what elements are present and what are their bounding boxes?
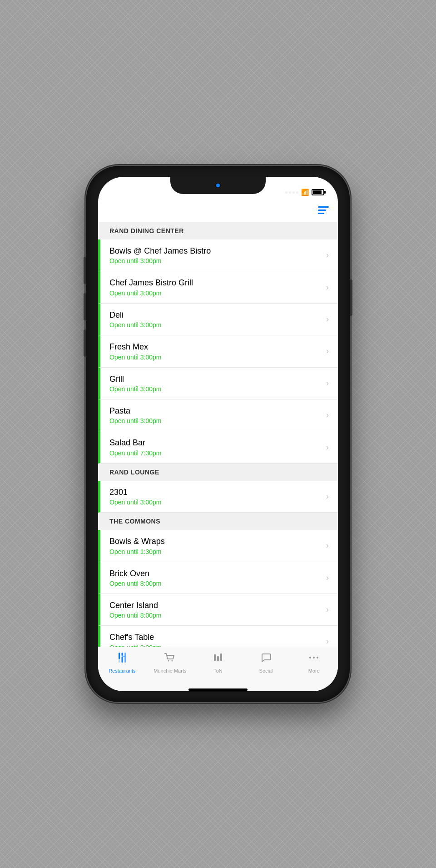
list-item-status-0-6: Open until 7:30pm — [109, 449, 322, 457]
tab-icon-munchie-marts — [164, 652, 176, 666]
tab-icon-restaurants — [116, 652, 128, 666]
svg-rect-10 — [220, 653, 222, 661]
section-header-2: THE COMMONS — [98, 513, 338, 530]
status-icons: 📶 — [285, 189, 324, 196]
notch — [170, 177, 266, 194]
list-item-status-0-5: Open until 3:00pm — [109, 417, 322, 424]
list-item-content-0-2: Deli Open until 3:00pm — [109, 310, 322, 329]
chevron-icon-2-3: › — [326, 637, 329, 646]
svg-rect-5 — [121, 657, 123, 663]
list-item-name-0-3: Fresh Mex — [109, 342, 322, 352]
section-header-text-0: RAND DINING CENTER — [109, 227, 184, 234]
section-header-text-2: THE COMMONS — [109, 518, 160, 525]
chevron-icon-0-1: › — [326, 283, 329, 292]
list-item-name-0-1: Chef James Bistro Grill — [109, 278, 322, 288]
list-item-status-0-3: Open until 3:00pm — [109, 354, 322, 361]
menu-icon-line1 — [318, 206, 329, 208]
nav-header — [98, 199, 338, 222]
svg-point-6 — [168, 660, 169, 662]
chevron-icon-0-2: › — [326, 314, 329, 324]
list-item-0-4[interactable]: Grill Open until 3:00pm › — [98, 368, 338, 399]
svg-rect-9 — [217, 656, 219, 661]
menu-button[interactable] — [318, 206, 329, 214]
list-item-content-2-0: Bowls & Wraps Open until 1:30pm — [109, 536, 322, 555]
ton-icon — [212, 652, 224, 663]
chevron-icon-0-3: › — [326, 346, 329, 356]
list-item-0-1[interactable]: Chef James Bistro Grill Open until 3:00p… — [98, 271, 338, 303]
list-item-name-2-3: Chef's Table — [109, 632, 322, 643]
svg-rect-1 — [119, 653, 120, 663]
list-item-status-2-3: Open until 2:30pm — [109, 644, 322, 647]
chevron-icon-2-0: › — [326, 541, 329, 550]
svg-rect-8 — [214, 654, 216, 661]
menu-icon-line2 — [318, 210, 326, 211]
list-item-status-0-1: Open until 3:00pm — [109, 289, 322, 297]
phone-screen: 📶 RAND DINING CENTER Bowls @ Chef James … — [98, 177, 338, 691]
list-item-2-0[interactable]: Bowls & Wraps Open until 1:30pm › — [98, 530, 338, 562]
list-item-status-1-0: Open until 3:00pm — [109, 499, 322, 506]
signal-icon — [285, 191, 298, 194]
menu-icon-line3 — [318, 213, 324, 214]
tab-munchie-marts[interactable]: Munchie Marts — [152, 652, 188, 673]
list-item-content-0-5: Pasta Open until 3:00pm — [109, 406, 322, 424]
restaurants-icon — [116, 652, 128, 663]
list-item-name-0-5: Pasta — [109, 406, 322, 416]
list-item-status-2-2: Open until 8:00pm — [109, 612, 322, 619]
tab-ton[interactable]: ToN — [200, 652, 236, 673]
list-item-0-0[interactable]: Bowls @ Chef James Bistro Open until 3:0… — [98, 239, 338, 271]
tab-bar: Restaurants Munchie Marts ToN Social Mor… — [98, 647, 338, 688]
list-item-content-0-0: Bowls @ Chef James Bistro Open until 3:0… — [109, 246, 322, 264]
tab-label-restaurants: Restaurants — [109, 668, 135, 673]
chevron-icon-1-0: › — [326, 492, 329, 501]
chevron-icon-0-0: › — [326, 250, 329, 260]
tab-icon-more — [308, 652, 320, 666]
list-item-content-2-2: Center Island Open until 8:00pm — [109, 600, 322, 619]
list-item-1-0[interactable]: 2301 Open until 3:00pm › — [98, 481, 338, 513]
svg-point-7 — [172, 660, 173, 662]
phone-frame: 📶 RAND DINING CENTER Bowls @ Chef James … — [86, 166, 350, 702]
tab-more[interactable]: More — [296, 652, 332, 673]
svg-rect-4 — [124, 653, 125, 663]
tab-label-munchie-marts: Munchie Marts — [154, 668, 186, 673]
list-item-name-1-0: 2301 — [109, 487, 322, 498]
list-item-status-0-2: Open until 3:00pm — [109, 321, 322, 329]
list-item-0-5[interactable]: Pasta Open until 3:00pm › — [98, 399, 338, 431]
more-icon — [308, 652, 320, 663]
social-icon — [260, 652, 272, 663]
section-header-text-1: RAND LOUNGE — [109, 469, 159, 476]
chevron-icon-2-1: › — [326, 573, 329, 583]
list-item-content-2-1: Brick Oven Open until 8:00pm — [109, 569, 322, 587]
list-item-name-0-0: Bowls @ Chef James Bistro — [109, 246, 322, 256]
svg-rect-2 — [121, 653, 123, 656]
chevron-icon-2-2: › — [326, 605, 329, 614]
list-item-name-2-2: Center Island — [109, 600, 322, 611]
section-header-1: RAND LOUNGE — [98, 464, 338, 481]
svg-point-12 — [313, 657, 315, 658]
list-item-2-1[interactable]: Brick Oven Open until 8:00pm › — [98, 562, 338, 594]
tab-icon-ton — [212, 652, 224, 666]
list-item-name-0-2: Deli — [109, 310, 322, 320]
cart-icon — [164, 652, 176, 663]
list-item-content-0-1: Chef James Bistro Grill Open until 3:00p… — [109, 278, 322, 296]
list-item-2-2[interactable]: Center Island Open until 8:00pm › — [98, 594, 338, 626]
chevron-icon-0-4: › — [326, 379, 329, 388]
tab-label-more: More — [308, 668, 320, 673]
svg-point-11 — [309, 657, 311, 658]
list-item-content-2-3: Chef's Table Open until 2:30pm — [109, 632, 322, 647]
list-item-name-0-4: Grill — [109, 374, 322, 384]
chevron-icon-0-5: › — [326, 410, 329, 420]
list-item-0-6[interactable]: Salad Bar Open until 7:30pm › — [98, 431, 338, 463]
camera — [215, 183, 221, 188]
tab-social[interactable]: Social — [248, 652, 284, 673]
home-bar — [188, 688, 248, 691]
tab-restaurants[interactable]: Restaurants — [104, 652, 140, 673]
home-indicator — [98, 688, 338, 691]
tab-icon-social — [260, 652, 272, 666]
list-item-0-2[interactable]: Deli Open until 3:00pm › — [98, 304, 338, 335]
list-item-0-3[interactable]: Fresh Mex Open until 3:00pm › — [98, 335, 338, 367]
list-item-status-2-1: Open until 8:00pm — [109, 580, 322, 587]
list-item-status-0-0: Open until 3:00pm — [109, 257, 322, 264]
list-item-2-3[interactable]: Chef's Table Open until 2:30pm › — [98, 626, 338, 647]
content-scroll[interactable]: RAND DINING CENTER Bowls @ Chef James Bi… — [98, 222, 338, 647]
chevron-icon-0-6: › — [326, 443, 329, 452]
